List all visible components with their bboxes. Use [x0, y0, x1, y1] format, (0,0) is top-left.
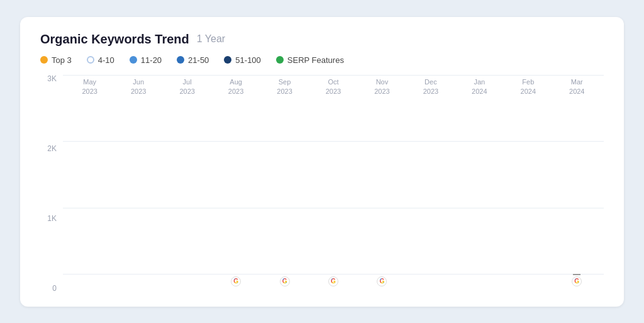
chart-legend: Top 34-1011-2021-5051-100SERP Features	[40, 55, 604, 65]
google-g-letter: G	[233, 278, 238, 285]
legend-item-4-10: 4-10	[87, 55, 114, 65]
legend-label: SERP Features	[287, 55, 344, 65]
chart-subtitle: 1 Year	[197, 33, 225, 45]
chart-area: 3K2K1K0 GGGGG May2023Jun2023Jul2023Aug20…	[40, 75, 604, 294]
legend-item-top-3: Top 3	[40, 55, 72, 65]
chart-header: Organic Keywords Trend 1 Year	[40, 32, 604, 47]
legend-label: Top 3	[52, 55, 72, 65]
legend-label: 11-20	[141, 55, 162, 65]
y-axis-label: 2K	[47, 145, 57, 152]
bars-container: GGGGG	[63, 75, 604, 275]
legend-dot	[276, 56, 284, 64]
legend-dot	[177, 56, 184, 64]
y-axis: 3K2K1K0	[40, 75, 63, 294]
google-g-letter: G	[574, 278, 579, 285]
legend-dot	[130, 56, 137, 64]
google-g-letter: G	[282, 278, 287, 285]
google-g-letter: G	[331, 278, 336, 285]
legend-item-51-100: 51-100	[224, 55, 260, 65]
legend-label: 51-100	[235, 55, 260, 65]
legend-label: 4-10	[98, 55, 114, 65]
y-axis-label: 3K	[47, 75, 57, 82]
google-g-letter: G	[380, 278, 385, 285]
legend-item-21-50: 21-50	[177, 55, 209, 65]
error-bar-cap-top	[573, 274, 580, 275]
google-serp-icon: G	[280, 276, 290, 286]
google-serp-icon: G	[231, 276, 241, 286]
legend-dot	[224, 56, 231, 64]
google-serp-icon: G	[377, 276, 387, 286]
y-axis-label: 1K	[47, 215, 57, 222]
chart-title: Organic Keywords Trend	[40, 32, 189, 47]
legend-item-11-20: 11-20	[130, 55, 162, 65]
y-axis-label: 0	[52, 285, 57, 292]
chart-body: GGGGG May2023Jun2023Jul2023Aug2023Sep202…	[63, 75, 604, 294]
legend-label: 21-50	[188, 55, 209, 65]
legend-dot	[87, 56, 94, 64]
google-serp-icon: G	[572, 276, 582, 286]
chart-card: Organic Keywords Trend 1 Year Top 34-101…	[20, 17, 624, 307]
legend-item-serp-features: SERP Features	[276, 55, 344, 65]
google-serp-icon: G	[328, 276, 338, 286]
legend-dot	[40, 56, 48, 64]
